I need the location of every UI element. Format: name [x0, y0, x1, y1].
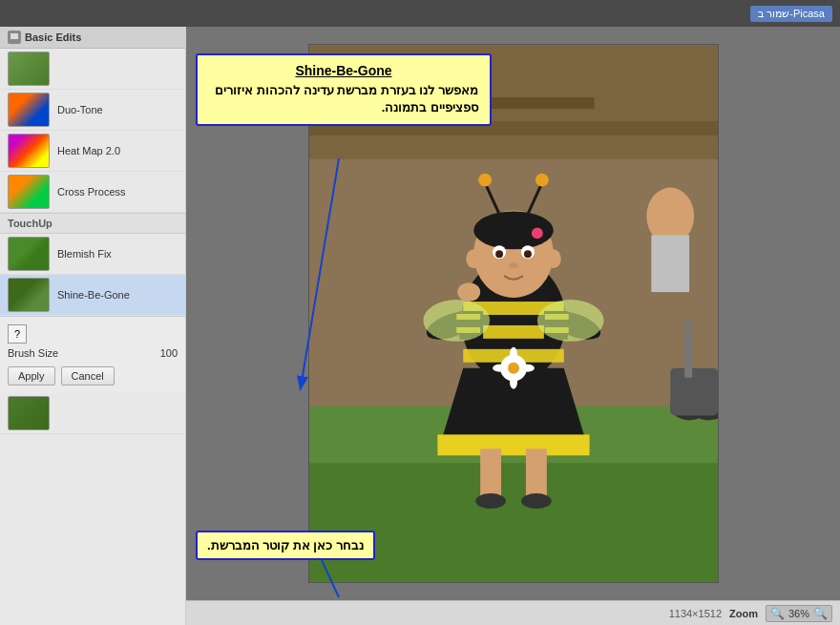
tooltip-bottom: נבחר כאן את קוטר המברשת.: [196, 531, 375, 560]
svg-rect-34: [525, 448, 546, 501]
brush-size-label: Brush Size: [8, 347, 58, 359]
tooltip-text-bottom: נבחר כאן את קוטר המברשת.: [207, 538, 364, 552]
svg-point-49: [478, 174, 492, 187]
svg-point-29: [510, 347, 517, 361]
help-button[interactable]: ?: [8, 324, 27, 344]
svg-point-35: [475, 493, 506, 509]
picasa-label: שמור ב-Picasa: [750, 6, 832, 22]
list-item-duo-tone[interactable]: Duo-Tone: [0, 90, 185, 131]
svg-point-43: [523, 250, 531, 258]
effect-thumb-cross-process: [8, 175, 50, 209]
panel-header: Basic Edits: [0, 27, 185, 49]
svg-rect-0: [10, 33, 18, 39]
apply-cancel-row: Apply Cancel: [8, 363, 178, 389]
brush-size-value: 100: [160, 347, 178, 359]
tooltip-text-top: מאפשר לנו בעזרת מברשת עדינה להכהות איזור…: [209, 82, 478, 116]
svg-rect-26: [437, 434, 589, 455]
svg-point-51: [535, 174, 548, 187]
svg-point-52: [423, 300, 490, 342]
left-panel: Basic Edits Duo-Tone Heat Map 2.0: [0, 27, 186, 625]
svg-rect-33: [480, 448, 501, 501]
main-photo-area: Shine-Be-Gone מאפשר לנו בעזרת מברשת עדינ…: [186, 27, 840, 625]
effect-label: Heat Map 2.0: [57, 145, 120, 156]
effect-thumb-blemish: [8, 237, 50, 271]
tooltip-title: Shine-Be-Gone: [209, 63, 478, 78]
tooltip-top: Shine-Be-Gone מאפשר לנו בעזרת מברשת עדינ…: [196, 53, 492, 126]
svg-rect-11: [670, 368, 718, 416]
shine-panel: ? Brush Size 100 Apply Cancel: [0, 316, 185, 393]
list-item[interactable]: [0, 49, 185, 90]
top-bar: שמור ב-Picasa: [0, 0, 840, 27]
effect-label: Cross Process: [57, 186, 126, 198]
svg-point-45: [466, 249, 481, 268]
svg-rect-12: [684, 321, 692, 378]
effect-thumb-duo-tone: [8, 93, 50, 127]
list-item-blemish-fix[interactable]: Blemish Fix: [0, 234, 185, 275]
photo-container: Shine-Be-Gone מאפשר לנו בעזרת מברשת עדינ…: [186, 27, 840, 600]
list-item-heat-map[interactable]: Heat Map 2.0: [0, 131, 185, 172]
effect-thumb-heat-map: [8, 134, 50, 168]
svg-rect-6: [309, 463, 718, 581]
effect-label: Shine-Be-Gone: [57, 289, 130, 301]
effect-label: Blemish Fix: [57, 248, 112, 260]
bottom-status: 1134×1512 Zoom 🔍 36% 🔍: [186, 600, 840, 625]
effect-thumb: [8, 52, 50, 86]
svg-point-42: [495, 250, 503, 258]
app-window: שמור ב-Picasa Basic Edits: [0, 0, 840, 625]
effect-label: Duo-Tone: [57, 104, 103, 115]
effects-list[interactable]: Duo-Tone Heat Map 2.0 Cross Process Touc…: [0, 49, 185, 625]
dimensions-label: 1134×1512: [669, 608, 722, 619]
list-item-bottom[interactable]: [0, 393, 185, 434]
svg-rect-8: [651, 235, 689, 292]
brush-size-row: Brush Size 100: [8, 344, 178, 363]
zoom-controls[interactable]: 🔍 36% 🔍: [766, 605, 832, 622]
svg-point-32: [520, 365, 534, 372]
svg-point-28: [508, 363, 519, 374]
svg-point-36: [520, 493, 551, 509]
zoom-in-icon[interactable]: 🔍: [770, 607, 785, 620]
panel-header-label: Basic Edits: [25, 31, 81, 43]
svg-point-47: [457, 282, 480, 302]
apply-button[interactable]: Apply: [8, 366, 55, 385]
list-item-cross-process[interactable]: Cross Process: [0, 172, 185, 213]
panel-icon: [8, 31, 21, 44]
zoom-out-icon[interactable]: 🔍: [813, 607, 828, 620]
section-header-touchup: TouchUp: [0, 213, 185, 234]
cancel-button[interactable]: Cancel: [61, 366, 115, 385]
svg-point-39: [531, 227, 542, 239]
effect-thumb-shine: [8, 278, 50, 312]
zoom-value: 36%: [788, 608, 809, 619]
svg-point-46: [545, 249, 560, 268]
effect-thumb-bottom: [8, 396, 50, 430]
list-item-shine-be-gone[interactable]: Shine-Be-Gone: [0, 275, 185, 316]
content-area: Basic Edits Duo-Tone Heat Map 2.0: [0, 27, 840, 625]
svg-point-44: [509, 262, 518, 268]
svg-point-53: [536, 300, 603, 342]
zoom-label: Zoom: [729, 608, 758, 619]
svg-point-30: [510, 376, 517, 389]
svg-point-31: [493, 365, 506, 372]
